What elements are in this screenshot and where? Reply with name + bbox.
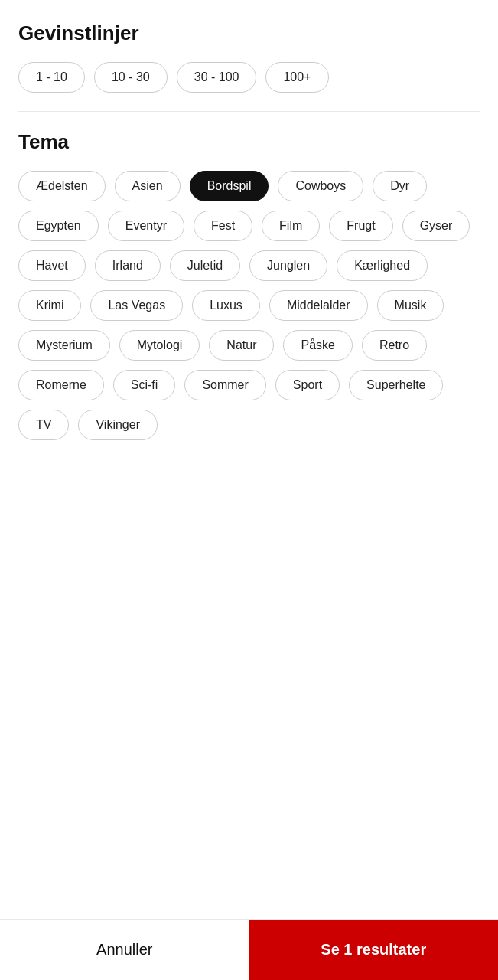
tema-pill[interactable]: Film [262,211,320,241]
tema-pill[interactable]: Vikinger [78,410,158,440]
tema-pill[interactable]: Krimi [18,290,81,321]
gevinstlinjer-section: Gevinstlinjer 1 - 1010 - 3030 - 100100+ [18,21,480,93]
tema-pill[interactable]: Bordspil [190,171,269,201]
tema-pill[interactable]: Retro [362,330,427,361]
cancel-button[interactable]: Annuller [0,920,249,980]
tema-pill[interactable]: Sommer [184,370,265,400]
tema-pill[interactable]: Frugt [329,211,392,241]
tema-pill[interactable]: Mytologi [119,330,200,361]
tema-pill[interactable]: Irland [95,250,161,281]
tema-pill[interactable]: Dyr [373,171,427,201]
tema-section: Tema ÆdelstenAsienBordspilCowboysDyrEgyp… [18,130,480,440]
tema-pill[interactable]: Fest [194,211,252,241]
gevinstlinjer-pills: 1 - 1010 - 3030 - 100100+ [18,62,480,93]
tema-pill[interactable]: Kærlighed [337,250,428,281]
tema-pill[interactable]: Sport [275,370,340,400]
tema-pill[interactable]: Eventyr [108,211,184,241]
tema-pill[interactable]: Natur [209,330,274,361]
tema-pill[interactable]: Junglen [249,250,327,281]
tema-pill[interactable]: Romerne [18,370,104,400]
tema-pill[interactable]: Asien [115,171,181,201]
gevinstlinjer-pill[interactable]: 10 - 30 [94,62,168,93]
tema-pill[interactable]: Mysterium [18,330,110,361]
tema-pill[interactable]: Egypten [18,211,99,241]
tema-pill[interactable]: Cowboys [278,171,363,201]
tema-pill[interactable]: Juletid [170,250,240,281]
tema-pill[interactable]: Musik [377,290,444,321]
tema-pill[interactable]: TV [18,410,69,440]
gevinstlinjer-title: Gevinstlinjer [18,21,480,45]
gevinstlinjer-pill[interactable]: 100+ [265,62,328,93]
tema-pill[interactable]: Las Vegas [90,290,183,321]
tema-pill[interactable]: Luxus [192,290,260,321]
tema-pill[interactable]: Ædelsten [18,171,106,201]
tema-pills: ÆdelstenAsienBordspilCowboysDyrEgyptenEv… [18,171,480,440]
tema-pill[interactable]: Gyser [402,211,470,241]
tema-pill[interactable]: Havet [18,250,86,281]
gevinstlinjer-pill[interactable]: 1 - 10 [18,62,85,93]
tema-pill[interactable]: Middelalder [269,290,368,321]
confirm-button[interactable]: Se 1 resultater [249,920,499,980]
tema-pill[interactable]: Påske [283,330,352,361]
main-content: Gevinstlinjer 1 - 1010 - 3030 - 100100+ … [0,0,498,919]
tema-pill[interactable]: Superhelte [349,370,443,400]
footer-bar: Annuller Se 1 resultater [0,919,498,980]
section-divider [18,111,480,112]
tema-title: Tema [18,130,480,154]
tema-pill[interactable]: Sci-fi [113,370,176,400]
gevinstlinjer-pill[interactable]: 30 - 100 [177,62,257,93]
